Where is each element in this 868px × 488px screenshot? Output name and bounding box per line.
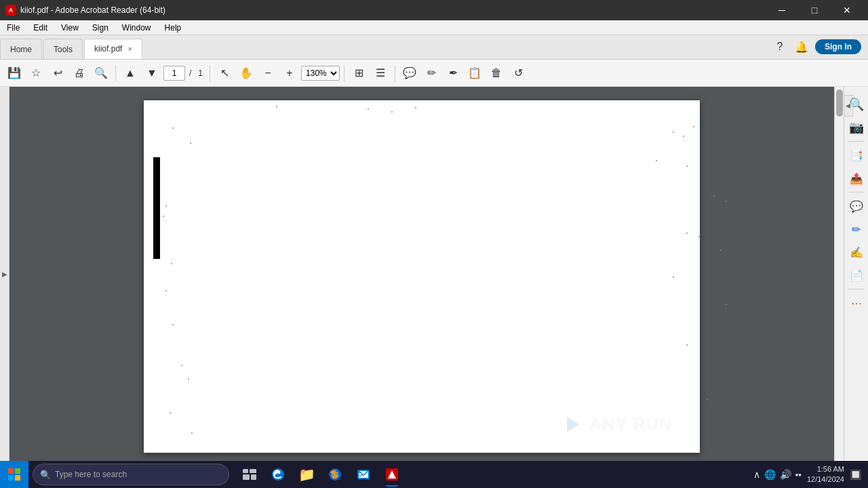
start-button[interactable] [0,461,28,488]
taskbar-acrobat[interactable] [378,461,406,488]
zoom-select[interactable]: 50% 75% 100% 130% 150% 200% [301,66,340,81]
svg-rect-6 [243,474,250,480]
battery-icon[interactable]: ▪▪ [795,470,802,480]
fit-button[interactable]: ⊞ [349,63,369,83]
pdf-viewer[interactable]: ANY RUN [9,87,834,461]
pdf-dot [170,412,171,413]
pdf-dot [683,136,684,137]
edge-icon [271,467,285,482]
pdf-dot [368,108,369,110]
right-panel-comment-btn[interactable]: 💬 [846,195,867,217]
back-button[interactable]: ↩ [47,63,68,83]
tab-close-button[interactable]: × [127,45,132,53]
page-number-input[interactable] [163,66,185,81]
hand-tool-button[interactable]: ✋ [236,63,256,83]
tab-tools[interactable]: Tools [43,39,83,59]
right-panel-fill-btn[interactable]: ✍ [846,241,867,263]
pdf-dot [190,142,191,144]
right-panel-organize-btn[interactable]: 📑 [846,144,867,166]
tab-document[interactable]: kiiof.pdf × [84,39,142,59]
menu-edit[interactable]: Edit [26,20,54,35]
taskbar-right: ∧ 🌐 🔊 ▪▪ 1:56 AM 12/14/2024 🔲 [753,464,868,485]
total-pages: 1 [195,68,205,78]
zoom-out-button[interactable]: − [258,63,278,83]
right-panel-search-btn[interactable]: 🔍 [846,94,867,115]
scroll-thumb[interactable] [836,89,843,117]
acrobat-icon [384,467,399,482]
vertical-scrollbar[interactable] [834,87,844,461]
menu-sign[interactable]: Sign [85,20,115,35]
sign-in-button[interactable]: Sign In [815,39,861,54]
menu-window[interactable]: Window [115,20,158,35]
menu-view[interactable]: View [54,20,85,35]
scroll-button[interactable]: ☰ [370,63,391,83]
right-panel-scan-btn[interactable]: 📷 [846,117,867,138]
taskbar-outlook[interactable] [350,461,377,488]
tab-home[interactable]: Home [0,39,42,59]
right-panel-pdf-btn[interactable]: 📄 [846,264,867,286]
right-panel-sep2 [848,192,865,192]
taskbar-explorer[interactable]: 📁 [293,461,320,488]
draw-button[interactable]: ✒ [443,63,463,83]
pdf-dot [181,365,182,366]
notification-button[interactable]: 🔔 [793,39,810,55]
svg-rect-0 [8,468,14,474]
pdf-dot [726,304,727,305]
right-panel-sep3 [848,289,865,289]
anyrun-logo [561,412,585,436]
stamp-button[interactable]: 📋 [465,63,485,83]
pdf-dot [720,249,722,251]
rotate-button[interactable]: ↺ [508,63,528,83]
save-button[interactable]: 💾 [4,63,24,83]
svg-point-14 [359,473,361,476]
highlight-button[interactable]: ✏ [421,63,441,83]
bookmark-button[interactable]: ☆ [26,63,46,83]
taskbar-task-view[interactable] [236,461,263,488]
help-button[interactable]: ? [772,39,788,55]
pdf-dot [673,277,674,278]
taskbar-firefox[interactable] [321,461,349,488]
volume-icon[interactable]: 🔊 [780,469,791,480]
taskbar-search-placeholder: Type here to search [55,470,127,479]
close-button[interactable]: ✕ [831,0,863,20]
taskbar-search-box[interactable]: 🔍 Type here to search [33,464,229,485]
anyrun-triangle-icon [567,417,579,432]
tab-right-actions: ? 🔔 Sign In [772,35,868,59]
network-icon[interactable]: 🌐 [764,469,776,480]
print-button[interactable]: 🖨 [69,63,90,83]
right-panel-more-btn[interactable]: ⋯ [846,292,867,314]
taskbar-search-icon: 🔍 [40,470,51,480]
minimize-button[interactable]: ─ [766,0,797,20]
select-tool-button[interactable]: ↖ [214,63,235,83]
comment-button[interactable]: 💬 [399,63,420,83]
firefox-icon [328,467,342,482]
system-clock[interactable]: 1:56 AM 12/14/2024 [807,464,844,485]
pdf-dot [165,205,167,207]
taskbar-edge[interactable] [264,461,292,488]
anyrun-watermark: ANY RUN [561,412,673,436]
pdf-page: ANY RUN [144,100,700,453]
maximize-button[interactable]: □ [799,0,830,20]
page-separator: / [186,68,194,78]
prev-page-button[interactable]: ▲ [120,63,140,83]
right-panel-export-btn[interactable]: 📤 [846,167,867,189]
svg-rect-5 [250,469,256,473]
svg-rect-1 [15,468,20,474]
next-page-button[interactable]: ▼ [142,63,162,83]
taskbar-apps: 📁 [236,461,406,488]
menu-help[interactable]: Help [158,20,189,35]
pdf-dot [686,344,688,346]
main-area: ▶ [0,87,868,461]
toolbar: 💾 ☆ ↩ 🖨 🔍 ▲ ▼ / 1 ↖ ✋ − + 50% 75% 100% 1… [0,60,868,87]
tray-arrow-icon[interactable]: ∧ [753,469,760,480]
delete-button[interactable]: 🗑 [486,63,507,83]
right-panel-edit-btn[interactable]: ✏ [846,218,867,240]
find-button[interactable]: 🔍 [91,63,111,83]
sep3 [344,65,344,81]
left-panel-toggle[interactable]: ▶ [0,87,9,461]
outlook-icon [356,467,371,482]
pdf-dot [276,106,277,107]
zoom-in-button[interactable]: + [279,63,300,83]
notification-icon[interactable]: 🔲 [850,469,861,480]
menu-file[interactable]: File [0,20,26,35]
